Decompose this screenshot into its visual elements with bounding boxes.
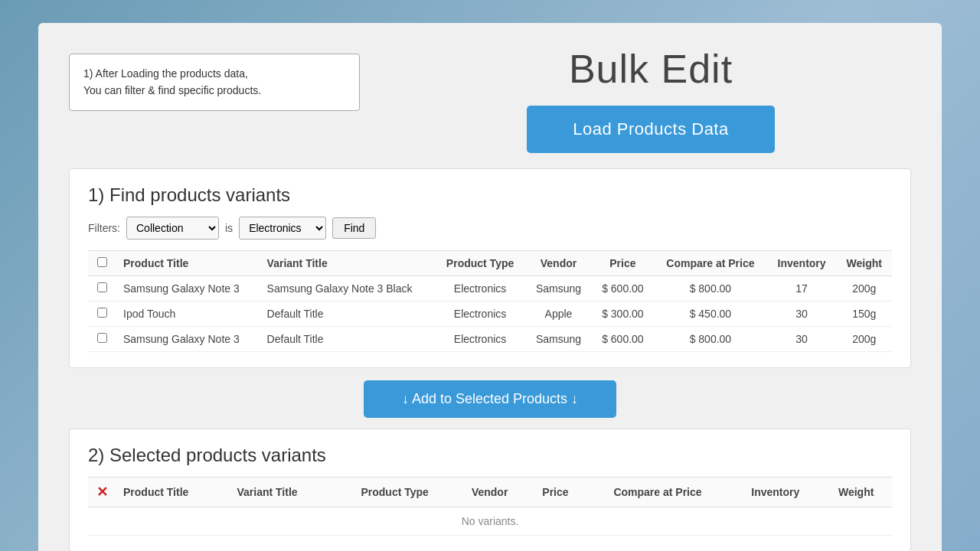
no-variants-row: No variants.: [88, 507, 892, 536]
header-area: 1) After Loading the products data, You …: [69, 46, 911, 153]
col-product-type: Product Type: [435, 251, 525, 276]
row-checkbox-cell: [88, 302, 116, 327]
col-sel-inventory: Inventory: [730, 478, 820, 507]
col-sel-compare-price: Compare at Price: [585, 478, 731, 507]
product-type-cell: Electronics: [435, 276, 525, 302]
row-checkbox-2[interactable]: [97, 333, 107, 343]
filters-row: Filters: Collection Vendor Product Type …: [88, 217, 892, 240]
vendor-cell: Samsung: [525, 327, 591, 352]
compare-price-cell: $ 800.00: [654, 276, 767, 302]
find-button[interactable]: Find: [332, 217, 376, 239]
row-checkbox-0[interactable]: [97, 282, 107, 292]
col-inventory: Inventory: [767, 251, 837, 276]
filters-label: Filters:: [88, 222, 120, 234]
load-products-button[interactable]: Load Products Data: [527, 106, 774, 153]
row-checkbox-1[interactable]: [97, 308, 107, 318]
col-sel-product-title: Product Title: [116, 478, 229, 507]
col-product-title: Product Title: [116, 251, 260, 276]
vendor-cell: Samsung: [525, 276, 591, 302]
col-sel-variant-title: Variant Title: [229, 478, 336, 507]
col-price: Price: [592, 251, 654, 276]
table-row: Samsung Galaxy Note 3 Default Title Elec…: [88, 327, 892, 352]
add-btn-container: ↓ Add to Selected Products ↓: [69, 380, 911, 418]
info-line2: You can filter & find specific products.: [83, 84, 261, 96]
selected-products-title: 2) Selected products variants: [88, 445, 892, 466]
inventory-cell: 17: [767, 276, 837, 302]
variant-title-cell: Default Title: [260, 302, 435, 327]
col-sel-vendor: Vendor: [453, 478, 526, 507]
info-box: 1) After Loading the products data, You …: [69, 54, 360, 111]
title-area: Bulk Edit Load Products Data: [390, 46, 911, 153]
delete-all-icon[interactable]: ✕: [96, 484, 108, 500]
page-title: Bulk Edit: [569, 46, 733, 92]
col-checkbox: [88, 251, 116, 276]
price-cell: $ 600.00: [592, 327, 654, 352]
col-weight: Weight: [836, 251, 892, 276]
price-cell: $ 600.00: [592, 276, 654, 302]
product-title-cell: Samsung Galaxy Note 3: [116, 276, 260, 302]
price-cell: $ 300.00: [592, 302, 654, 327]
product-type-cell: Electronics: [435, 327, 525, 352]
inventory-cell: 30: [767, 327, 837, 352]
col-delete: ✕: [88, 478, 116, 507]
product-title-cell: Ipod Touch: [116, 302, 260, 327]
row-checkbox-cell: [88, 276, 116, 302]
col-compare-price: Compare at Price: [654, 251, 767, 276]
info-line1: 1) After Loading the products data,: [83, 67, 248, 80]
selected-table-header-row: ✕ Product Title Variant Title Product Ty…: [88, 478, 892, 507]
inventory-cell: 30: [767, 302, 837, 327]
col-vendor: Vendor: [525, 251, 591, 276]
compare-price-cell: $ 800.00: [654, 327, 767, 352]
filter-field-select[interactable]: Collection Vendor Product Type: [126, 217, 219, 240]
col-sel-product-type: Product Type: [336, 478, 453, 507]
col-variant-title: Variant Title: [260, 251, 435, 276]
vendor-cell: Apple: [525, 302, 591, 327]
row-checkbox-cell: [88, 327, 116, 352]
product-title-cell: Samsung Galaxy Note 3: [116, 327, 260, 352]
filter-is-label: is: [225, 222, 233, 234]
compare-price-cell: $ 450.00: [654, 302, 767, 327]
add-to-selected-button[interactable]: ↓ Add to Selected Products ↓: [364, 380, 616, 418]
selected-products-section: 2) Selected products variants ✕ Product …: [69, 429, 911, 551]
filter-value-select[interactable]: Electronics Clothing Accessories: [239, 217, 326, 240]
variant-title-cell: Default Title: [260, 327, 435, 352]
weight-cell: 200g: [836, 327, 892, 352]
product-type-cell: Electronics: [435, 302, 525, 327]
table-row: Samsung Galaxy Note 3 Samsung Galaxy Not…: [88, 276, 892, 302]
table-row: Ipod Touch Default Title Electronics App…: [88, 302, 892, 327]
weight-cell: 200g: [836, 276, 892, 302]
no-variants-text: No variants.: [88, 507, 892, 536]
weight-cell: 150g: [836, 302, 892, 327]
find-products-table: Product Title Variant Title Product Type…: [88, 250, 892, 352]
main-container: 1) After Loading the products data, You …: [38, 23, 942, 551]
selected-products-table: ✕ Product Title Variant Title Product Ty…: [88, 477, 892, 536]
find-products-title: 1) Find products variants: [88, 184, 892, 206]
find-products-section: 1) Find products variants Filters: Colle…: [69, 168, 911, 368]
variant-title-cell: Samsung Galaxy Note 3 Black: [260, 276, 435, 302]
select-all-checkbox[interactable]: [97, 257, 107, 267]
table-header-row: Product Title Variant Title Product Type…: [88, 251, 892, 276]
col-sel-weight: Weight: [820, 478, 892, 507]
col-sel-price: Price: [526, 478, 584, 507]
